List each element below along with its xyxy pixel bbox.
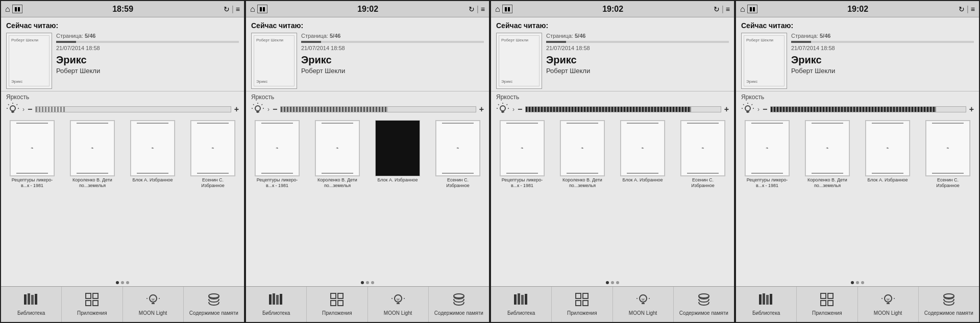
dot-0[interactable] bbox=[361, 281, 364, 284]
dot-1[interactable] bbox=[856, 281, 859, 284]
nav-icon-1 bbox=[575, 292, 589, 309]
bottom-nav: БиблиотекаПриложенияwMOON LightСодержимо… bbox=[491, 286, 734, 322]
brightness-increase-button[interactable]: + bbox=[969, 105, 974, 114]
dot-0[interactable] bbox=[116, 281, 119, 284]
brightness-increase-button[interactable]: + bbox=[234, 105, 239, 114]
dot-1[interactable] bbox=[611, 281, 614, 284]
reading-progress bbox=[56, 41, 239, 43]
home-icon[interactable]: ⌂ bbox=[5, 5, 10, 14]
book-item-3[interactable]: ❧ Есенин С. Избранное bbox=[919, 120, 977, 189]
book-author: Роберт Шекли bbox=[301, 67, 484, 75]
svg-point-0 bbox=[10, 106, 15, 111]
book-item-label: Короленко В. Дети по...земелья bbox=[315, 177, 360, 189]
brightness-decrease-button[interactable]: − bbox=[518, 105, 522, 114]
book-item-2[interactable]: ❧ Блок А. Избранное bbox=[614, 120, 672, 183]
book-cover-thumbnail[interactable]: Роберт Шекли Эрикс bbox=[251, 33, 297, 89]
reading-date: 21/07/2014 18:58 bbox=[56, 45, 239, 51]
nav-icon-3 bbox=[942, 292, 956, 309]
dot-0[interactable] bbox=[851, 281, 854, 284]
refresh-icon[interactable]: ↻ bbox=[959, 5, 965, 13]
battery-icon: ▮▮ bbox=[747, 5, 757, 13]
book-item-1[interactable]: ❧ Короленко В. Дети по...земелья bbox=[63, 120, 121, 189]
brightness-decrease-button[interactable]: − bbox=[763, 105, 767, 114]
book-item-2[interactable]: ❧ Блок А. Избранное bbox=[859, 120, 917, 183]
dot-0[interactable] bbox=[606, 281, 609, 284]
dot-2[interactable] bbox=[861, 281, 864, 284]
brightness-increase-button[interactable]: + bbox=[724, 105, 729, 114]
dot-1[interactable] bbox=[121, 281, 124, 284]
nav-item-приложения[interactable]: Приложения bbox=[552, 287, 612, 322]
svg-rect-58 bbox=[576, 293, 581, 298]
book-info[interactable]: Роберт Шекли Эрикс Страница: 5/46 21/07/… bbox=[6, 33, 239, 89]
status-right: ↻ | ≡ bbox=[224, 5, 240, 14]
status-bar: ⌂ ▮▮ 19:02 ↻ | ≡ bbox=[736, 1, 979, 17]
nav-item-библиотека[interactable]: Библиотека bbox=[246, 287, 307, 322]
book-item-0[interactable]: ❧ Рецептуры ликеро-в...к - 1981 bbox=[248, 120, 306, 189]
brightness-decrease-button[interactable]: − bbox=[28, 105, 32, 114]
book-item-3[interactable]: ❧ Есенин С. Избранное bbox=[674, 120, 732, 189]
nav-item-moon-light[interactable]: wMOON Light bbox=[858, 287, 919, 322]
book-item-3[interactable]: ❧ Есенин С. Избранное bbox=[184, 120, 242, 189]
book-author: Роберт Шекли bbox=[56, 67, 239, 75]
brightness-increase-button[interactable]: + bbox=[479, 105, 484, 114]
divider: | bbox=[722, 5, 724, 14]
nav-label-3: Содержимое памяти bbox=[189, 310, 238, 316]
nav-item-moon-light[interactable]: wMOON Light bbox=[368, 287, 429, 322]
book-cover-thumbnail[interactable]: Роберт Шекли Эрикс bbox=[6, 33, 52, 89]
refresh-icon[interactable]: ↻ bbox=[714, 5, 720, 13]
nav-item-содержимое-памяти[interactable]: Содержимое памяти bbox=[674, 287, 734, 322]
brightness-slider[interactable] bbox=[35, 104, 231, 114]
dot-2[interactable] bbox=[126, 281, 129, 284]
menu-icon[interactable]: ≡ bbox=[971, 5, 975, 13]
nav-item-приложения[interactable]: Приложения bbox=[62, 287, 122, 322]
dot-2[interactable] bbox=[616, 281, 619, 284]
book-item-1[interactable]: ❧ Короленко В. Дети по...земелья bbox=[308, 120, 366, 189]
nav-icon-2: w bbox=[146, 292, 160, 309]
reading-date: 21/07/2014 18:58 bbox=[791, 45, 974, 51]
nav-item-библиотека[interactable]: Библиотека bbox=[491, 287, 552, 322]
book-info[interactable]: Роберт Шекли Эрикс Страница: 5/46 21/07/… bbox=[741, 33, 974, 89]
book-item-label: Рецептуры ликеро-в...к - 1981 bbox=[10, 177, 55, 189]
nav-item-содержимое-памяти[interactable]: Содержимое памяти bbox=[919, 287, 979, 322]
book-item-1[interactable]: ❧ Короленко В. Дети по...земелья bbox=[798, 120, 856, 189]
dot-1[interactable] bbox=[366, 281, 369, 284]
menu-icon[interactable]: ≡ bbox=[726, 5, 730, 13]
nav-item-приложения[interactable]: Приложения bbox=[307, 287, 368, 322]
nav-item-moon-light[interactable]: wMOON Light bbox=[613, 287, 674, 322]
book-info[interactable]: Роберт Шекли Эрикс Страница: 5/46 21/07/… bbox=[251, 33, 484, 89]
dot-2[interactable] bbox=[371, 281, 374, 284]
nav-item-moon-light[interactable]: wMOON Light bbox=[123, 287, 184, 322]
nav-item-содержимое-памяти[interactable]: Содержимое памяти bbox=[429, 287, 489, 322]
book-thumbnail: ❧ bbox=[560, 120, 605, 176]
refresh-icon[interactable]: ↻ bbox=[469, 5, 475, 13]
home-icon[interactable]: ⌂ bbox=[250, 5, 255, 14]
book-cover-thumbnail[interactable]: Роберт Шекли Эрикс bbox=[741, 33, 787, 89]
svg-rect-32 bbox=[273, 293, 275, 305]
book-info[interactable]: Роберт Шекли Эрикс Страница: 5/46 21/07/… bbox=[496, 33, 729, 89]
refresh-icon[interactable]: ↻ bbox=[224, 5, 230, 13]
nav-item-содержимое-памяти[interactable]: Содержимое памяти bbox=[184, 287, 244, 322]
brightness-controls: › − + bbox=[251, 103, 484, 116]
nav-item-библиотека[interactable]: Библиотека bbox=[1, 287, 62, 322]
brightness-slider[interactable] bbox=[525, 104, 721, 114]
nav-item-приложения[interactable]: Приложения bbox=[797, 287, 857, 322]
home-icon[interactable]: ⌂ bbox=[740, 5, 745, 14]
book-item-0[interactable]: ❧ Рецептуры ликеро-в...к - 1981 bbox=[738, 120, 796, 189]
brightness-bulb-icon bbox=[741, 103, 754, 116]
brightness-decrease-button[interactable]: − bbox=[273, 105, 277, 114]
brightness-slider[interactable] bbox=[770, 104, 966, 114]
book-item-0[interactable]: ❧ Рецептуры ликеро-в...к - 1981 bbox=[493, 120, 551, 189]
book-item-3[interactable]: ❧ Есенин С. Избранное bbox=[429, 120, 487, 189]
nav-item-библиотека[interactable]: Библиотека bbox=[736, 287, 797, 322]
brightness-slider[interactable] bbox=[280, 104, 476, 114]
book-item-label: Есенин С. Избранное bbox=[680, 177, 725, 189]
menu-icon[interactable]: ≡ bbox=[236, 5, 240, 13]
book-item-0[interactable]: ❧ Рецептуры ликеро-в...к - 1981 bbox=[3, 120, 61, 189]
home-icon[interactable]: ⌂ bbox=[495, 5, 500, 14]
book-cover-thumbnail[interactable]: Роберт Шекли Эрикс bbox=[496, 33, 542, 89]
book-item-2[interactable]: ❧ Блок А. Избранное bbox=[124, 120, 182, 183]
menu-icon[interactable]: ≡ bbox=[481, 5, 485, 13]
book-title: Эрикс bbox=[546, 54, 729, 66]
book-item-2[interactable]: Блок А. Избранное bbox=[369, 120, 427, 183]
book-item-1[interactable]: ❧ Короленко В. Дети по...земелья bbox=[553, 120, 611, 189]
